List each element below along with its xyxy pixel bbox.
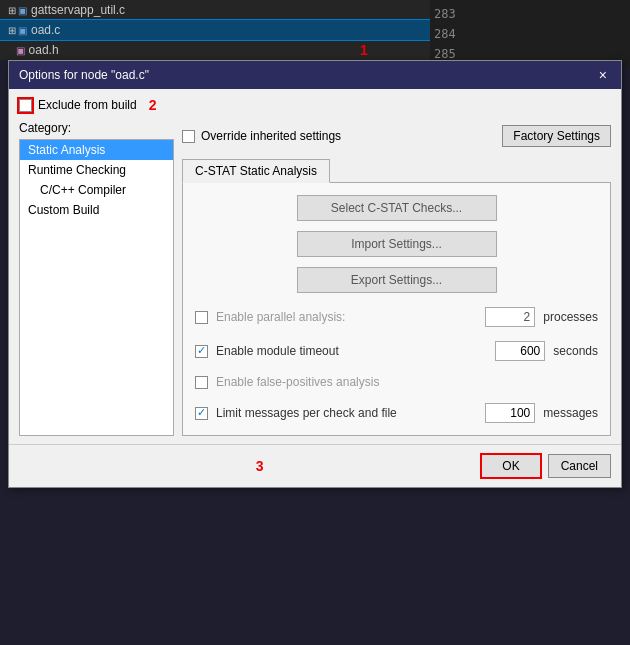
category-label: Category: [19,121,174,135]
module-timeout-unit: seconds [553,344,598,358]
c-file-icon: ▣ [18,25,27,36]
c-file-icon: ▣ [18,5,27,16]
options-dialog: Options for node "oad.c" × Exclude from … [8,60,622,488]
exclude-row: Exclude from build 2 [19,97,611,113]
category-list: Static Analysis Runtime Checking C/C++ C… [19,139,174,436]
limit-messages-input[interactable] [485,403,535,423]
false-positives-label: Enable false-positives analysis [216,375,598,389]
select-cstat-checks-button[interactable]: Select C-STAT Checks... [297,195,497,221]
file-item-gattservapp[interactable]: ⊞ ▣ gattservapp_util.c [0,0,430,20]
category-item-static-analysis[interactable]: Static Analysis [20,140,173,160]
parallel-analysis-label: Enable parallel analysis: [216,310,477,324]
content-area: Category: Static Analysis Runtime Checki… [19,121,611,436]
file-name: oad.h [29,43,59,57]
category-item-runtime-checking[interactable]: Runtime Checking [20,160,173,180]
annotation-2: 2 [149,97,157,113]
tab-cstat[interactable]: C-STAT Static Analysis [182,159,330,183]
limit-messages-checkbox[interactable] [195,407,208,420]
annotation-1: 1 [360,42,368,58]
option-parallel-analysis: Enable parallel analysis: processes [195,307,598,327]
module-timeout-label: Enable module timeout [216,344,487,358]
annotation-3: 3 [256,458,264,474]
cancel-button[interactable]: Cancel [548,454,611,478]
settings-panel: Override inherited settings Factory Sett… [182,121,611,436]
override-checkbox[interactable] [182,130,195,143]
override-label: Override inherited settings [201,129,341,143]
category-panel: Category: Static Analysis Runtime Checki… [19,121,174,436]
option-false-positives: Enable false-positives analysis [195,375,598,389]
dialog-titlebar: Options for node "oad.c" × [9,61,621,89]
category-item-cpp-compiler[interactable]: C/C++ Compiler [20,180,173,200]
parallel-analysis-checkbox[interactable] [195,311,208,324]
parallel-analysis-input[interactable] [485,307,535,327]
module-timeout-input[interactable] [495,341,545,361]
tab-content: Select C-STAT Checks... Import Settings.… [182,183,611,436]
false-positives-checkbox[interactable] [195,376,208,389]
option-limit-messages: Limit messages per check and file messag… [195,403,598,423]
override-row: Override inherited settings Factory Sett… [182,121,611,151]
h-file-icon: ▣ [16,45,25,56]
file-name: gattservapp_util.c [31,3,125,17]
parallel-analysis-unit: processes [543,310,598,324]
dialog-close-button[interactable]: × [595,67,611,83]
dialog-body: Exclude from build 2 Category: Static An… [9,89,621,444]
expand-icon: ⊞ [8,25,16,36]
override-left: Override inherited settings [182,129,341,143]
exclude-label: Exclude from build [38,98,137,112]
limit-messages-unit: messages [543,406,598,420]
factory-settings-button[interactable]: Factory Settings [502,125,611,147]
tab-bar: C-STAT Static Analysis [182,159,611,183]
expand-icon-placeholder [8,45,14,56]
category-item-custom-build[interactable]: Custom Build [20,200,173,220]
expand-icon: ⊞ [8,5,16,16]
ok-button[interactable]: OK [480,453,541,479]
export-settings-button[interactable]: Export Settings... [297,267,497,293]
dialog-title: Options for node "oad.c" [19,68,149,82]
limit-messages-label: Limit messages per check and file [216,406,477,420]
file-item-oad-c[interactable]: ⊞ ▣ oad.c [0,20,430,40]
exclude-checkbox[interactable] [19,99,32,112]
import-settings-button[interactable]: Import Settings... [297,231,497,257]
file-name: oad.c [31,23,60,37]
dialog-footer: 3 OK Cancel [9,444,621,487]
line-283: 283 [434,4,626,24]
line-numbers-panel: 283 284 285 [430,0,630,68]
option-module-timeout: Enable module timeout seconds [195,341,598,361]
line-284: 284 [434,24,626,44]
module-timeout-checkbox[interactable] [195,345,208,358]
